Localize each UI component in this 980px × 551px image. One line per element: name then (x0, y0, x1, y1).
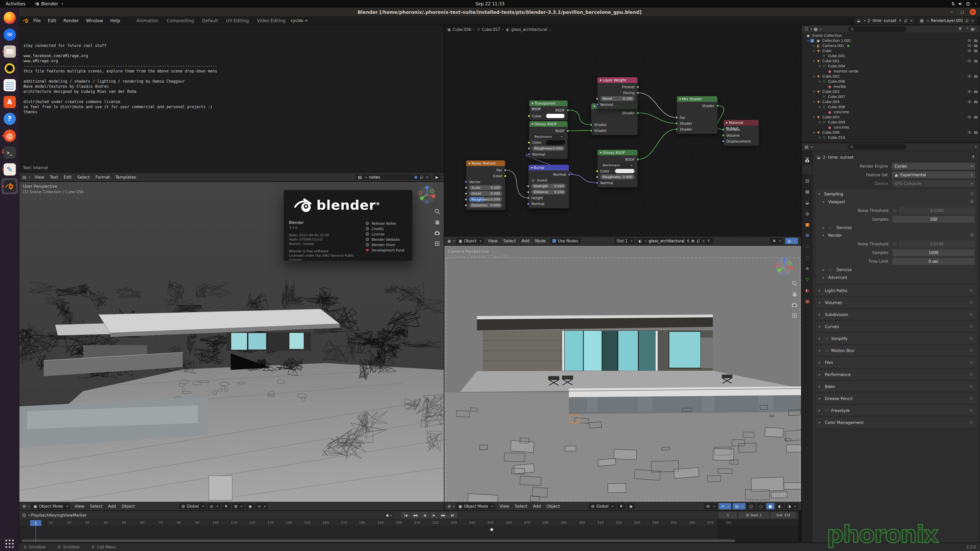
dock-item[interactable]: ✎ (2, 161, 18, 178)
outliner-row[interactable]: ▾ ✓ ▽ Cube.006 (802, 79, 980, 84)
timeline-menu[interactable]: Keying (49, 513, 63, 518)
node-socket[interactable] (596, 170, 599, 173)
color-swatch[interactable] (546, 114, 565, 118)
node-socket[interactable] (722, 128, 725, 131)
current-frame-field[interactable]: 1 (719, 512, 737, 518)
frame-start-field[interactable]: Start1 (738, 512, 769, 518)
dock-item[interactable]: ◍ (2, 127, 18, 144)
splash-link[interactable]: Blender Website (366, 237, 407, 242)
outliner-row[interactable]: ▾ ✓ ▽ Cube.008 (802, 104, 980, 110)
node-socket[interactable] (465, 192, 468, 195)
properties-tab[interactable]: ⚙ (802, 231, 812, 240)
navigation-gizmo[interactable] (417, 185, 437, 204)
splash-link[interactable]: Credits (366, 226, 407, 231)
node-slider[interactable]: Scale0.500 (469, 185, 502, 190)
add-workspace-button[interactable]: + (304, 18, 308, 23)
hide-eye-toggle[interactable] (967, 89, 971, 94)
render-visibility-toggle[interactable] (974, 48, 978, 53)
outliner-row[interactable]: ▾ ✓ ▼ Cube.003 (802, 89, 980, 94)
shader-context[interactable]: ▣ Object▾ (456, 238, 484, 244)
outliner-row[interactable]: ▾ ✓ ▼ Cube.004 (802, 99, 980, 104)
feature-set-select[interactable]: Experimental▾ (892, 171, 975, 178)
splash-link[interactable]: License (366, 231, 407, 237)
viewport-camera[interactable]: Camera Perspective (1) Scene Collection … (444, 245, 801, 511)
outliner-row[interactable]: ▾ ✓ ▽ Cube.004 (802, 64, 980, 68)
render-samples-field[interactable]: 1000 (892, 249, 975, 256)
topbar-menu[interactable]: Edit (44, 18, 60, 23)
snap-toggle[interactable] (617, 503, 625, 510)
transport-button[interactable]: |◀ (401, 512, 410, 518)
node-slider[interactable]: Roughness0.000 (600, 175, 635, 179)
proportional-editing[interactable]: ◉ (246, 503, 254, 510)
view-layer-selector[interactable]: ▩▾ RenderLayer.001 × (918, 17, 977, 24)
node-socket[interactable] (722, 134, 725, 137)
expand-arrow[interactable]: ▾ (806, 39, 810, 42)
node-socket[interactable] (590, 123, 593, 126)
expand-arrow[interactable]: ▾ (818, 65, 821, 68)
node-slider[interactable]: Roughness0.500 (469, 197, 502, 202)
panel-checkbox[interactable] (825, 408, 829, 413)
noise-threshold-checkbox[interactable] (892, 242, 897, 246)
properties-tab[interactable]: ◒ (802, 198, 812, 207)
text-datablock-field[interactable]: ▤▾ notes × (355, 174, 431, 181)
transport-button[interactable]: ▶ (430, 512, 438, 518)
node-socket[interactable] (675, 116, 678, 119)
show-applications-button[interactable] (5, 539, 14, 548)
use-nodes-checkbox[interactable]: ✓ Use Nodes (550, 238, 581, 244)
node-socket[interactable] (527, 185, 530, 188)
advanced-collapse[interactable]: ▸Advanced (816, 274, 977, 281)
node-socket[interactable] (528, 114, 531, 118)
viewport-menu[interactable]: View (496, 504, 512, 509)
render-visibility-toggle[interactable] (974, 43, 978, 48)
dock-item[interactable] (2, 77, 18, 94)
new-collection-icon[interactable]: ▣⁺ (970, 27, 977, 32)
run-script-button[interactable]: ▶ (433, 174, 441, 180)
outliner-row[interactable]: ▾ ✓ ▽ Cube.009 (802, 120, 980, 125)
display-mode-icon[interactable]: ▩▾ (814, 27, 821, 32)
collapsed-panel[interactable]: ▸ Bake (816, 381, 977, 392)
node-select[interactable]: Beckmann▾ (532, 134, 565, 139)
dock-item[interactable] (2, 60, 18, 76)
breadcrumb-item[interactable]: ◐ glass_architectural› (506, 27, 550, 32)
collapsed-panel[interactable]: ▸ Curves (816, 321, 977, 332)
node-socket[interactable] (528, 147, 531, 150)
render-visibility-toggle[interactable] (974, 89, 978, 94)
workspace-tab[interactable]: Animation (132, 17, 163, 24)
node-socket[interactable] (504, 175, 507, 178)
dock-item[interactable]: >_ (2, 144, 18, 161)
node-header[interactable]: ▾ Transparent BSDF (529, 100, 568, 106)
hide-eye-toggle[interactable] (967, 59, 971, 63)
falloff-options[interactable]: ∩▾ (256, 503, 268, 510)
properties-tab[interactable]: ▩ (802, 187, 812, 196)
shading-material-button[interactable]: ◐ (776, 503, 784, 510)
node-header[interactable]: ▾ Noise Texture (466, 160, 505, 166)
node-slider[interactable]: Distance0.100 (531, 189, 566, 194)
hide-eye-toggle[interactable] (967, 48, 971, 53)
workspace-tab[interactable]: Video Editing (253, 17, 290, 24)
node-header[interactable]: ▾ Layer Weight (597, 77, 638, 83)
transport-button[interactable]: ◀◀ (410, 512, 419, 518)
scene-selector[interactable]: ◒▾ 2- time: sunset × (855, 17, 915, 24)
node-bump[interactable]: ▾ BumpNormalInvertStrength0.020Distance0… (528, 165, 569, 208)
outliner-row[interactable]: ▾ ✓ ▣ Collection 1.001 (802, 38, 980, 43)
window-title-bar[interactable]: Blender [/home/phoronix/.phoronix-test-s… (19, 8, 980, 16)
properties-tab[interactable] (802, 165, 812, 174)
node-socket[interactable] (596, 181, 599, 184)
node-header[interactable]: ▾ Glossy BSDF (597, 150, 638, 156)
color-swatch[interactable] (615, 168, 635, 173)
breadcrumb-item[interactable]: ▣ Cube.056› (447, 27, 474, 32)
dock-item[interactable]: ? (2, 111, 18, 127)
close-button[interactable]: × (970, 9, 976, 15)
node-transparent[interactable]: ▾ Transparent BSDFBSDFColor (529, 100, 568, 121)
transport-button[interactable]: ◀ (420, 512, 429, 518)
splash-link[interactable]: Development Fund (366, 248, 407, 253)
transport-button[interactable]: ▶▶ (439, 512, 448, 518)
expand-arrow[interactable]: ▾ (812, 75, 816, 78)
timeline-menu[interactable]: View (63, 513, 73, 518)
navigation-gizmo[interactable] (775, 257, 794, 276)
node-slider[interactable]: Blend0.200 (600, 96, 635, 101)
color-swatch[interactable] (546, 140, 565, 145)
breadcrumb-item[interactable]: ▽ Cube.057› (477, 27, 504, 32)
node-header[interactable]: ▾ Material Output (724, 120, 759, 125)
splash-screen[interactable]: blender® Blender 3.3.0 Date: 2022-09-06 … (284, 190, 412, 261)
